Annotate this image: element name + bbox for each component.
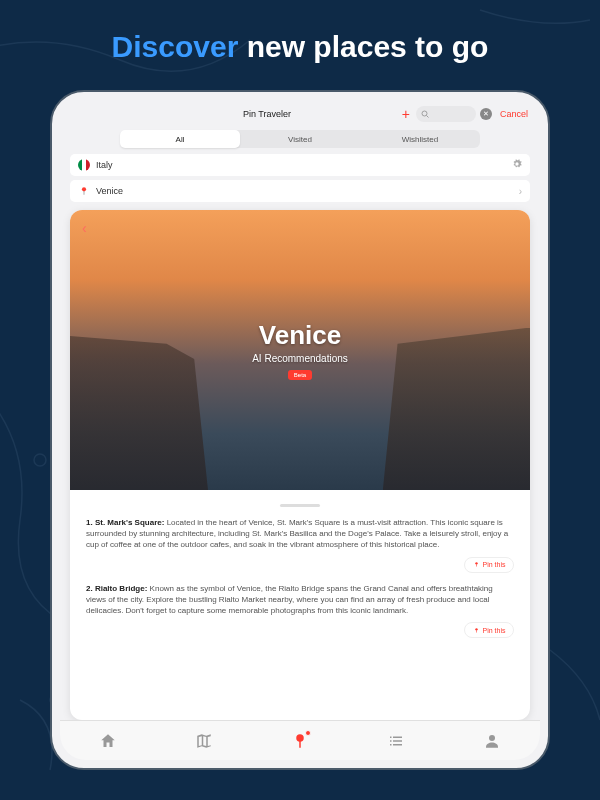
marketing-headline: Discover new places to go [0, 30, 600, 64]
breadcrumb-city[interactable]: Venice › [70, 180, 530, 202]
device-screen: Pin Traveler + ✕ Cancel All Visited Wish… [60, 100, 540, 760]
svg-rect-7 [476, 564, 477, 566]
device-frame: Pin Traveler + ✕ Cancel All Visited Wish… [50, 90, 550, 770]
pin-icon [473, 627, 480, 634]
svg-rect-5 [84, 191, 85, 195]
content-card: ‹ Venice AI Recommendations Beta 1. St. … [70, 210, 530, 720]
list-icon [387, 732, 405, 750]
tab-bar [60, 720, 540, 760]
svg-point-8 [475, 628, 477, 630]
pin-icon [473, 561, 480, 568]
cancel-button[interactable]: Cancel [500, 109, 528, 119]
pin-icon [78, 185, 90, 197]
tab-pins[interactable] [291, 732, 309, 750]
tab-profile[interactable] [483, 732, 501, 750]
tab-list[interactable] [387, 732, 405, 750]
flag-italy-icon [78, 159, 90, 171]
svg-point-10 [296, 734, 304, 742]
hero-subtitle: AI Recommendations [252, 353, 348, 364]
map-icon [195, 732, 213, 750]
back-button[interactable]: ‹ [82, 220, 87, 236]
pin-this-button[interactable]: Pin this [464, 557, 514, 573]
chevron-right-icon: › [519, 186, 522, 197]
home-icon [99, 732, 117, 750]
svg-point-12 [489, 735, 495, 741]
breadcrumb-country[interactable]: Italy [70, 154, 530, 176]
tab-home[interactable] [99, 732, 117, 750]
recommendations-panel: 1. St. Mark's Square: Located in the hea… [70, 490, 530, 720]
top-bar: Pin Traveler + ✕ Cancel [60, 100, 540, 128]
headline-accent: Discover [112, 30, 239, 63]
notification-dot [305, 730, 311, 736]
recommendation-item: 2. Rialto Bridge: Known as the symbol of… [86, 583, 514, 617]
beta-badge: Beta [288, 370, 312, 380]
add-button[interactable]: + [402, 106, 410, 122]
svg-line-3 [426, 116, 428, 118]
svg-point-0 [34, 454, 46, 466]
search-input[interactable] [416, 106, 476, 122]
recommendation-item: 1. St. Mark's Square: Located in the hea… [86, 517, 514, 551]
city-label: Venice [96, 186, 123, 196]
segment-all[interactable]: All [120, 130, 240, 148]
search-icon [421, 110, 429, 118]
segment-visited[interactable]: Visited [240, 130, 360, 148]
svg-point-2 [422, 111, 427, 116]
segment-control: All Visited Wishlisted [120, 130, 480, 148]
svg-rect-9 [476, 630, 477, 632]
svg-rect-11 [299, 741, 301, 748]
country-label: Italy [96, 160, 113, 170]
app-title: Pin Traveler [132, 109, 402, 119]
drag-handle[interactable] [280, 504, 320, 507]
hero-title: Venice [259, 320, 341, 351]
tab-map[interactable] [195, 732, 213, 750]
headline-rest: new places to go [238, 30, 488, 63]
clear-search-button[interactable]: ✕ [480, 108, 492, 120]
profile-icon [483, 732, 501, 750]
pin-this-button[interactable]: Pin this [464, 622, 514, 638]
breadcrumb: Italy Venice › [60, 154, 540, 206]
svg-point-4 [82, 187, 86, 191]
gear-icon[interactable] [512, 159, 522, 171]
hero-image: ‹ Venice AI Recommendations Beta [70, 210, 530, 490]
segment-wishlisted[interactable]: Wishlisted [360, 130, 480, 148]
svg-point-6 [475, 562, 477, 564]
